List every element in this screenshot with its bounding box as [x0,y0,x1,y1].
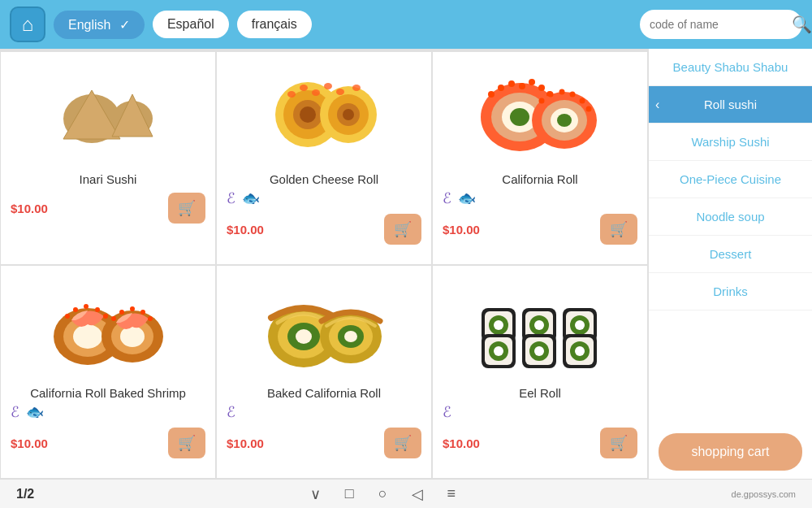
product-footer-eel-roll: $10.00 🛒 [443,428,637,458]
search-area: 🔍 [640,10,802,39]
baked-shrimp-image [47,284,169,373]
eel-roll-image [475,284,605,373]
sidebar-item-one-piece[interactable]: One-Piece Cuisine [649,161,812,198]
spicy-icon-eel-roll: ℰ [443,403,451,421]
home-icon: ⌂ [22,13,34,36]
svg-point-9 [300,106,316,123]
svg-point-28 [529,79,535,85]
product-price-eel-roll: $10.00 [443,436,480,450]
language-button-english[interactable]: English ✓ [54,11,145,39]
nav-square-icon[interactable]: □ [345,485,354,502]
svg-point-26 [508,80,515,87]
svg-point-64 [344,331,357,342]
fish-icon-california: 🐟 [458,189,476,207]
sidebar: Beauty Shabu Shabu ‹ Roll sushi Warship … [648,49,812,479]
product-price-baked-california: $10.00 [227,436,264,450]
svg-point-48 [103,314,108,319]
svg-point-19 [352,85,361,91]
add-to-cart-golden[interactable]: 🛒 [384,214,421,245]
product-card-baked-shrimp: California Roll Baked Shrimp ℰ 🐟 $10.00 … [0,265,216,479]
svg-point-34 [557,114,572,127]
svg-point-39 [580,98,585,104]
product-price-golden: $10.00 [227,223,264,237]
add-to-cart-california[interactable]: 🛒 [600,214,637,245]
search-input[interactable] [650,18,792,31]
nav-circle-icon[interactable]: ○ [378,485,387,502]
add-to-cart-baked-shrimp[interactable]: 🛒 [168,428,205,458]
svg-point-52 [111,316,116,321]
active-arrow-icon: ‹ [655,98,659,112]
svg-point-16 [312,89,320,96]
svg-point-76 [575,320,585,330]
spicy-icon-baked-california: ℰ [227,403,235,421]
california-roll-image [475,70,605,159]
nav-back-icon[interactable]: ◁ [412,485,423,503]
shopping-cart-label: shopping cart [691,445,769,458]
sidebar-item-dessert[interactable]: Dessert [649,236,812,273]
product-price-inari: $10.00 [11,202,48,215]
product-grid: Inari Sushi $10.00 🛒 [0,49,648,479]
svg-point-84 [534,346,544,356]
svg-point-68 [494,320,503,330]
product-price-california: $10.00 [443,223,480,237]
product-card-california-roll: California Roll ℰ 🐟 $10.00 🛒 [432,51,648,265]
product-footer-california: $10.00 🛒 [443,214,637,245]
svg-point-45 [73,307,78,312]
svg-point-24 [488,91,495,98]
product-card-baked-california: Baked California Roll ℰ $10.00 🛒 [216,265,432,479]
svg-point-23 [510,108,529,126]
sidebar-item-roll-sushi[interactable]: ‹ Roll sushi [649,86,812,124]
svg-point-47 [95,307,100,312]
language-label-francais: français [252,17,297,31]
sidebar-item-drinks[interactable]: Drinks [649,273,812,310]
product-icons-california: ℰ 🐟 [443,189,637,207]
product-card-inari-sushi: Inari Sushi $10.00 🛒 [0,51,216,265]
product-name-eel-roll: Eel Roll [519,386,561,400]
sidebar-label-noodle-soup: Noodle soup [696,210,764,224]
sidebar-item-beauty-shabu[interactable]: Beauty Shabu Shabu [649,49,812,86]
language-button-espanol[interactable]: Español [153,11,229,38]
language-button-francais[interactable]: français [237,11,312,38]
product-name-california: California Roll [502,172,577,186]
product-icons-golden: ℰ 🐟 [227,189,421,207]
product-card-eel-roll: Eel Roll ℰ $10.00 🛒 [432,265,648,479]
bottom-navigation: ∨ □ ○ ◁ ≡ [310,485,456,503]
sidebar-item-noodle-soup[interactable]: Noodle soup [649,198,812,236]
product-name-golden: Golden Cheese Roll [270,172,378,186]
add-to-cart-inari[interactable]: 🛒 [168,193,205,224]
language-label-english: English [68,18,110,32]
sidebar-label-one-piece: One-Piece Cuisine [680,172,781,186]
svg-point-53 [119,310,124,315]
svg-point-36 [548,92,554,98]
shopping-cart-button[interactable]: shopping cart [659,433,802,471]
product-name-inari: Inari Sushi [80,172,137,186]
add-to-cart-baked-california[interactable]: 🛒 [384,428,421,458]
svg-point-29 [538,85,545,91]
add-to-cart-eel-roll[interactable]: 🛒 [600,428,637,458]
search-icon[interactable]: 🔍 [792,15,812,34]
check-icon: ✓ [119,18,130,32]
nav-down-icon[interactable]: ∨ [310,485,321,503]
svg-point-80 [494,346,503,356]
main-content: Inari Sushi $10.00 🛒 [0,49,812,479]
product-footer-golden: $10.00 🛒 [227,214,421,245]
sidebar-item-warship-sushi[interactable]: Warship Sushi [649,124,812,161]
svg-point-44 [65,314,70,319]
sidebar-label-roll-sushi: Roll sushi [704,98,757,111]
product-footer-baked-california: $10.00 🛒 [227,428,421,458]
product-icons-baked-california: ℰ [227,403,421,421]
spicy-icon-baked-shrimp: ℰ [11,403,19,421]
product-footer-inari: $10.00 🛒 [11,193,205,224]
nav-menu-icon[interactable]: ≡ [447,485,456,502]
product-image-eel-roll [443,276,637,381]
svg-point-40 [586,106,592,112]
product-name-baked-shrimp: California Roll Baked Shrimp [30,386,186,400]
svg-point-14 [287,91,296,98]
inari-sushi-image [59,74,157,155]
product-icons-eel-roll: ℰ [443,403,637,421]
svg-point-13 [343,109,354,120]
product-image-baked-california [227,276,421,381]
bottom-bar: 1/2 ∨ □ ○ ◁ ≡ de.gpossys.com [0,479,812,508]
home-button[interactable]: ⌂ [10,7,45,42]
product-footer-baked-shrimp: $10.00 🛒 [11,428,205,458]
